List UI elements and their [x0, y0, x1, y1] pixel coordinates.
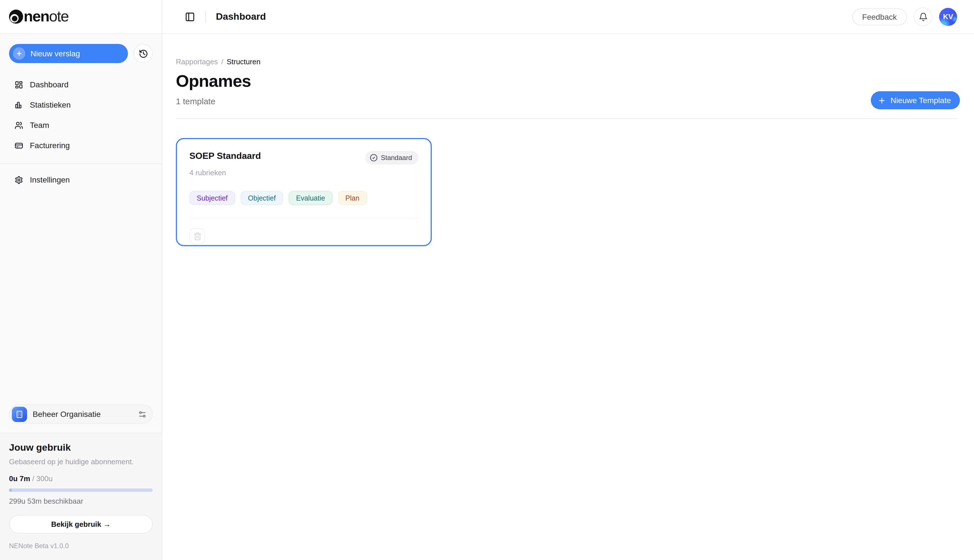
delete-template-button[interactable]: [189, 228, 205, 244]
topbar: Dashboard Feedback KV: [162, 0, 974, 34]
sidebar: nenote Nieuw verslag: [0, 0, 162, 560]
logo-text-bold: nen: [24, 8, 49, 25]
sidebar-divider: [0, 163, 162, 164]
page-title: Opnames: [176, 72, 957, 91]
templates-list: SOEP Standaard Standaard 4 rubrieken Sub…: [162, 119, 974, 265]
check-circle-icon: [369, 154, 377, 162]
sliders-icon: [138, 410, 147, 418]
bar-chart-icon: [15, 100, 23, 109]
notifications-button[interactable]: [914, 7, 932, 26]
gear-icon: [15, 175, 23, 184]
new-template-label: Nieuwe Template: [891, 96, 951, 105]
card-subtitle: 4 rubrieken: [189, 168, 418, 177]
usage-progress-fill: [9, 488, 12, 492]
trash-icon: [193, 232, 202, 240]
bell-icon: [919, 12, 927, 21]
new-report-row: Nieuw verslag: [9, 44, 153, 63]
avatar[interactable]: KV: [939, 8, 957, 26]
rubric-tags: Subjectief Objectief Evaluatie Plan: [189, 191, 418, 205]
logo-text-light: ote: [49, 8, 68, 25]
view-usage-button[interactable]: Bekijk gebruik →: [9, 515, 153, 533]
section-divider: [176, 118, 957, 119]
new-report-label: Nieuw verslag: [30, 49, 80, 58]
panel-left-icon: [185, 12, 195, 22]
tag-evaluatie: Evaluatie: [289, 191, 333, 205]
sidebar-item-team[interactable]: Team: [9, 115, 153, 135]
new-template-button[interactable]: Nieuwe Template: [871, 91, 960, 109]
sidebar-item-facturering[interactable]: Facturering: [9, 135, 153, 155]
sidebar-item-statistieken[interactable]: Statistieken: [9, 95, 153, 115]
usage-subtitle: Gebaseerd op je huidige abonnement.: [9, 457, 153, 466]
breadcrumb-current: Structuren: [227, 57, 260, 66]
history-icon: [138, 49, 148, 58]
tag-objectief: Objectief: [241, 191, 283, 205]
breadcrumb-separator: /: [221, 57, 223, 66]
sidebar-body: Nieuw verslag Dashboard: [0, 34, 162, 560]
usage-total: / 300u: [30, 474, 53, 483]
sidebar-item-label: Facturering: [30, 141, 70, 150]
breadcrumb-parent[interactable]: Rapportages: [176, 57, 218, 66]
sidebar-toggle-button[interactable]: [183, 9, 197, 24]
app: nenote Nieuw verslag: [0, 0, 974, 560]
sidebar-item-dashboard[interactable]: Dashboard: [9, 74, 153, 95]
usage-progress-bar: [9, 488, 153, 492]
template-count: 1 template: [176, 96, 957, 106]
topbar-divider: [205, 10, 206, 23]
usage-used: 0u 7m: [9, 474, 30, 483]
feedback-button[interactable]: Feedback: [852, 8, 907, 25]
standard-badge-label: Standaard: [381, 154, 412, 162]
app-version: NENote Beta v1.0.0: [9, 542, 153, 550]
sidebar-item-label: Statistieken: [30, 100, 71, 109]
page-head: Rapportages / Structuren Opnames 1 templ…: [162, 34, 974, 119]
org-switcher[interactable]: Beheer Organisatie: [9, 405, 153, 424]
sidebar-menu: Dashboard Statistieken Team: [9, 74, 153, 155]
app-logo: nenote: [9, 8, 68, 25]
logo-eye-icon: [9, 10, 23, 24]
card-divider: [189, 218, 418, 218]
building-icon: [12, 407, 27, 422]
users-icon: [15, 121, 23, 129]
sidebar-item-label: Team: [30, 120, 49, 130]
tag-subjectief: Subjectief: [189, 191, 235, 205]
usage-available: 299u 53m beschikbaar: [9, 497, 153, 505]
usage-title: Jouw gebruik: [9, 442, 153, 453]
sidebar-spacer: [9, 190, 153, 405]
standard-badge: Standaard: [365, 151, 418, 165]
history-button[interactable]: [133, 44, 153, 63]
new-report-button[interactable]: Nieuw verslag: [9, 44, 128, 63]
sidebar-logo-header: nenote: [0, 0, 162, 34]
breadcrumb: Rapportages / Structuren: [176, 57, 957, 66]
usage-panel: Jouw gebruik Gebaseerd op je huidige abo…: [0, 433, 162, 560]
card-header: SOEP Standaard Standaard: [189, 151, 418, 165]
topbar-actions: Feedback KV: [852, 7, 957, 26]
sidebar-item-instellingen[interactable]: Instellingen: [9, 170, 153, 190]
sidebar-item-label: Dashboard: [30, 80, 68, 89]
card-title: SOEP Standaard: [189, 151, 261, 161]
usage-counter: 0u 7m / 300u: [9, 474, 153, 483]
sidebar-item-label: Instellingen: [30, 175, 70, 184]
page-header-title: Dashboard: [216, 11, 266, 22]
plus-circle-icon: [13, 47, 25, 60]
tag-plan: Plan: [338, 191, 367, 205]
plus-icon: [877, 96, 886, 105]
org-switcher-label: Beheer Organisatie: [33, 410, 132, 418]
dashboard-grid-icon: [15, 80, 23, 89]
main-area: Dashboard Feedback KV Rapportages / Stru…: [162, 0, 974, 560]
credit-card-icon: [15, 141, 23, 150]
template-card[interactable]: SOEP Standaard Standaard 4 rubrieken Sub…: [176, 138, 432, 246]
